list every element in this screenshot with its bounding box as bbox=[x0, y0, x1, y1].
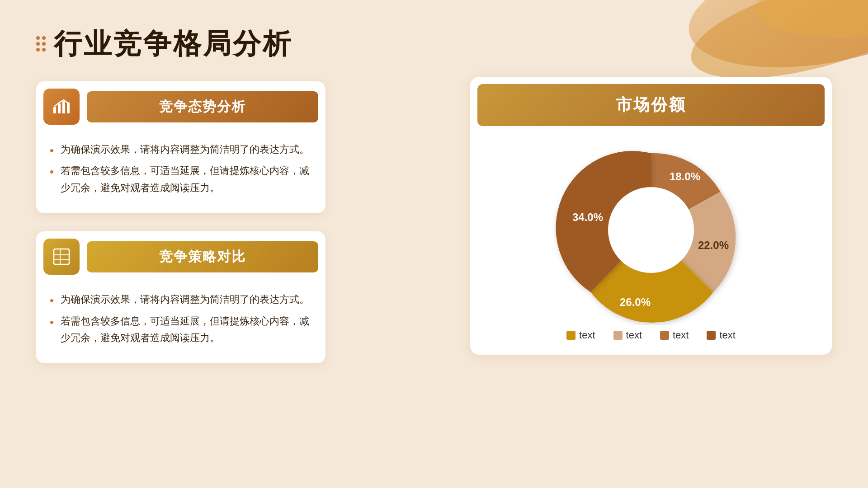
svg-rect-5 bbox=[62, 101, 65, 113]
legend-item-2: text bbox=[613, 329, 642, 341]
svg-rect-8 bbox=[54, 249, 69, 264]
svg-point-0 bbox=[680, 0, 868, 86]
card2-header: 竞争策略对比 bbox=[36, 231, 326, 282]
chart-container: 18.0% 22.0% 26.0% 34.0% bbox=[470, 135, 832, 325]
left-section: 竞争态势分析 为确保演示效果，请将内容调整为简洁明了的表达方式。 若需包含较多信… bbox=[36, 81, 326, 363]
page-title: 行业竞争格局分析 bbox=[54, 25, 292, 63]
label-22: 22.0% bbox=[698, 239, 729, 251]
svg-rect-6 bbox=[67, 104, 70, 113]
label-18: 18.0% bbox=[670, 170, 700, 183]
card2-item2: 若需包含较多信息，可适当延展，但请提炼核心内容，减少冗余，避免对观者造成阅读压力… bbox=[50, 313, 312, 347]
legend-color-3 bbox=[660, 331, 669, 340]
legend-item-4: text bbox=[707, 329, 735, 341]
legend-color-4 bbox=[707, 331, 716, 340]
card1-title: 竞争态势分析 bbox=[159, 99, 246, 114]
card1-icon-box bbox=[43, 89, 80, 125]
legend-item-3: text bbox=[660, 329, 689, 341]
right-section: 市场份额 bbox=[470, 77, 832, 355]
svg-point-7 bbox=[67, 102, 70, 105]
legend-label-4: text bbox=[719, 329, 735, 341]
card1-header: 竞争态势分析 bbox=[36, 81, 326, 132]
card1-item2: 若需包含较多信息，可适当延展，但请提炼核心内容，减少冗余，避免对观者造成阅读压力… bbox=[50, 162, 312, 196]
card2-item1: 为确保演示效果，请将内容调整为简洁明了的表达方式。 bbox=[50, 291, 312, 308]
label-34: 34.0% bbox=[572, 211, 603, 223]
card-strategy-comparison: 竞争策略对比 为确保演示效果，请将内容调整为简洁明了的表达方式。 若需包含较多信… bbox=[36, 231, 326, 363]
chart-legend: text text text text bbox=[470, 329, 832, 341]
page-title-area: 行业竞争格局分析 bbox=[36, 25, 292, 63]
card2-title-bar: 竞争策略对比 bbox=[87, 241, 318, 272]
card1-item1: 为确保演示效果，请将内容调整为简洁明了的表达方式。 bbox=[50, 141, 312, 158]
card2-body: 为确保演示效果，请将内容调整为简洁明了的表达方式。 若需包含较多信息，可适当延展… bbox=[36, 282, 326, 363]
chart-header: 市场份额 bbox=[477, 84, 825, 126]
svg-point-2 bbox=[752, 0, 868, 46]
legend-item-1: text bbox=[566, 329, 595, 341]
chart-icon bbox=[52, 97, 71, 116]
legend-label-2: text bbox=[626, 329, 642, 341]
card-competition-analysis: 竞争态势分析 为确保演示效果，请将内容调整为简洁明了的表达方式。 若需包含较多信… bbox=[36, 81, 326, 213]
card2-icon-box bbox=[43, 239, 80, 275]
svg-rect-4 bbox=[58, 103, 61, 113]
card1-body: 为确保演示效果，请将内容调整为简洁明了的表达方式。 若需包含较多信息，可适当延展… bbox=[36, 132, 326, 213]
legend-label-3: text bbox=[673, 329, 689, 341]
card2-title: 竞争策略对比 bbox=[159, 249, 246, 264]
title-decoration bbox=[36, 36, 46, 52]
card2-list: 为确保演示效果，请将内容调整为简洁明了的表达方式。 若需包含较多信息，可适当延展… bbox=[50, 291, 312, 346]
table-icon bbox=[52, 247, 71, 266]
legend-label-1: text bbox=[579, 329, 595, 341]
donut-hole bbox=[608, 187, 694, 273]
chart-title: 市场份额 bbox=[616, 95, 686, 114]
card1-list: 为确保演示效果，请将内容调整为简洁明了的表达方式。 若需包含较多信息，可适当延展… bbox=[50, 141, 312, 196]
legend-color-1 bbox=[566, 331, 576, 340]
card1-title-bar: 竞争态势分析 bbox=[87, 91, 318, 122]
svg-rect-3 bbox=[53, 107, 56, 113]
donut-chart: 18.0% 22.0% 26.0% 34.0% bbox=[547, 135, 755, 325]
label-26: 26.0% bbox=[620, 296, 651, 308]
legend-color-2 bbox=[613, 331, 623, 340]
